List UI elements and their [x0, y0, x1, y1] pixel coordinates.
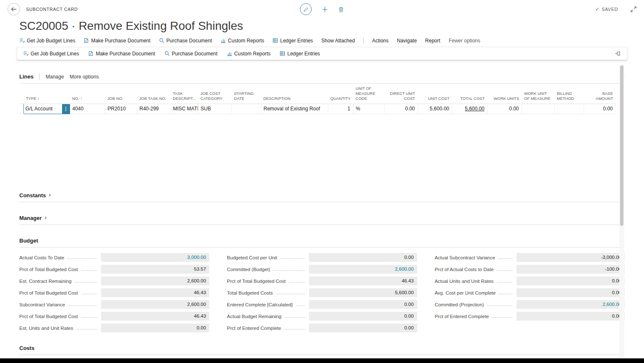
field-value[interactable]: 0.00: [101, 324, 209, 332]
col-job-cost-category[interactable]: JOB COST CATEGORY: [198, 84, 231, 104]
field-value[interactable]: 46.43: [309, 277, 417, 285]
costs-group-header[interactable]: Costs: [19, 345, 625, 351]
lines-more-options[interactable]: More options: [70, 74, 99, 80]
group-title: Budget: [19, 238, 38, 244]
col-base-amount[interactable]: BASE AMOUNT: [584, 84, 615, 104]
action-custom-reports[interactable]: Custom Reports: [221, 38, 265, 44]
save-status-label: SAVED: [602, 7, 618, 12]
action-make-purchase-document[interactable]: Make Purchase Document: [83, 38, 150, 44]
field-value[interactable]: 2,600.00: [517, 300, 625, 309]
promoted-purchase-document[interactable]: Purchase Document: [164, 51, 218, 57]
col-total-cost[interactable]: TOTAL COST: [452, 84, 487, 104]
field-value[interactable]: 0.00: [517, 312, 625, 321]
cell-work-units[interactable]: 0.00: [487, 104, 522, 114]
field-value[interactable]: 53.57: [101, 265, 209, 274]
col-job-task-no[interactable]: JOB TASK NO.: [137, 84, 170, 104]
field-value[interactable]: 3,000.00: [101, 253, 209, 262]
cell-task-description[interactable]: MISC MATE...: [170, 104, 198, 114]
field-label: Est. Units and Unit Rates: [19, 326, 73, 331]
col-description[interactable]: DESCRIPTION: [261, 84, 328, 104]
row-selector-cell[interactable]: [19, 104, 23, 114]
cell-job-cost-category[interactable]: SUB: [198, 104, 231, 114]
cell-base-amount[interactable]: 0.00: [584, 104, 615, 114]
field-value[interactable]: 0.00: [309, 324, 417, 332]
new-record-button[interactable]: [322, 6, 328, 13]
field-value[interactable]: 2,600.00: [309, 265, 417, 274]
cell-type[interactable]: G/L Account: [23, 104, 62, 114]
cell-direct-unit-cost[interactable]: 0.00: [384, 104, 418, 114]
field-value[interactable]: 46.43: [101, 288, 209, 297]
field-label: Actual Subcontract Variance: [435, 255, 495, 260]
menu-navigate[interactable]: Navigate: [397, 38, 417, 44]
scrollbar-thumb[interactable]: [620, 65, 623, 226]
col-no[interactable]: NO. ↑: [70, 84, 105, 104]
cell-unit-cost[interactable]: 5,600.00: [418, 104, 452, 114]
field-value[interactable]: 2,600.00: [101, 277, 209, 285]
menu-actions[interactable]: Actions: [372, 38, 388, 44]
cell-no[interactable]: 4040: [70, 104, 105, 114]
back-arrow-icon: [11, 7, 17, 12]
cell-unit-of-measure-code[interactable]: %: [353, 104, 384, 114]
total-cost-drilldown-link[interactable]: 5,600.00: [465, 106, 485, 112]
promoted-get-job-budget-lines[interactable]: Get Job Budget Lines: [23, 51, 79, 57]
col-type[interactable]: TYPE ↑: [23, 84, 70, 104]
field-label: Entered Complete [Calculated]: [227, 302, 293, 307]
field-value[interactable]: 0.00: [517, 288, 625, 297]
manager-group-header[interactable]: Manager ›: [19, 215, 625, 221]
col-task-description[interactable]: TASK DESCRIPT...: [170, 84, 198, 104]
action-purchase-document[interactable]: Purchase Document: [159, 38, 212, 44]
menu-report[interactable]: Report: [425, 38, 440, 44]
field-value[interactable]: 0.00: [517, 277, 625, 285]
col-unit-of-measure-code[interactable]: UNIT OF MEASURE CODE: [353, 84, 384, 104]
action-get-job-budget-lines[interactable]: Get Job Budget Lines: [19, 38, 75, 44]
field-label: Prct of Total Budgeted Cost: [227, 279, 286, 284]
cell-job-task-no[interactable]: R40-299: [137, 104, 170, 114]
dotted-leader: [296, 306, 305, 306]
field-value[interactable]: 0.00: [309, 312, 417, 321]
cell-billing-method[interactable]: [554, 104, 584, 114]
col-direct-unit-cost[interactable]: DIRECT UNIT COST: [384, 84, 418, 104]
unpin-toolbar-button[interactable]: [615, 51, 621, 56]
cell-description[interactable]: Removal of Existing Roof: [261, 104, 328, 114]
field-value[interactable]: -100.00: [517, 265, 625, 274]
col-billing-method[interactable]: BILLING METHOD: [554, 84, 584, 104]
col-work-unit-of-measure[interactable]: WORK UNIT OF MEASURE: [522, 84, 554, 104]
delete-record-button[interactable]: [338, 6, 344, 13]
field-value[interactable]: 46.43: [101, 312, 209, 321]
field-value[interactable]: 0.00: [309, 300, 417, 309]
back-button[interactable]: [8, 3, 20, 16]
vertical-scrollbar[interactable]: [619, 65, 624, 358]
field-value[interactable]: 5,600.00: [309, 288, 417, 297]
action-ledger-entries[interactable]: Ledger Entries: [273, 38, 313, 44]
promoted-make-purchase-document[interactable]: Make Purchase Document: [88, 51, 155, 57]
field-value[interactable]: 0.00: [309, 253, 417, 262]
constants-group-header[interactable]: Constants ›: [19, 192, 625, 198]
cell-quantity[interactable]: 1: [328, 104, 353, 114]
field-total-budgeted-costs: Total Budgeted Costs 5,600.00: [227, 287, 417, 299]
promoted-custom-reports[interactable]: Custom Reports: [227, 51, 271, 57]
fewer-options-button[interactable]: Fewer options: [449, 38, 480, 44]
lines-manage-menu[interactable]: Manage: [46, 74, 64, 80]
action-show-attached[interactable]: Show Attached: [321, 38, 355, 44]
dotted-leader: [273, 270, 304, 271]
col-unit-cost[interactable]: UNIT COST: [418, 84, 452, 104]
promoted-ledger-entries[interactable]: Ledger Entries: [280, 51, 320, 57]
row-ellipsis-menu-icon[interactable]: [62, 104, 70, 114]
col-job-no[interactable]: JOB NO.: [105, 84, 137, 104]
col-quantity[interactable]: QUANTITY: [328, 84, 353, 104]
lines-title[interactable]: Lines: [19, 73, 34, 80]
cell-job-no[interactable]: PR2010: [105, 104, 137, 114]
field-prct-total-budgeted-cost-4: Prct of Total Budgeted Cost 46.43: [227, 275, 417, 287]
field-value[interactable]: 2,600.00: [101, 300, 209, 309]
focus-mode-button[interactable]: [631, 6, 636, 12]
col-work-units[interactable]: WORK UNITS: [487, 84, 522, 104]
col-starting-date[interactable]: STARTING DATE: [231, 84, 261, 104]
focus-mode-icon: [631, 6, 636, 12]
edit-button[interactable]: [300, 3, 312, 15]
chevron-right-icon: ›: [44, 214, 47, 220]
cell-work-unit-of-measure[interactable]: [522, 104, 554, 114]
cell-starting-date[interactable]: [231, 104, 261, 114]
field-value[interactable]: -3,000.00: [517, 253, 625, 262]
cell-total-cost[interactable]: 5,600.00: [452, 104, 487, 114]
budget-group-header[interactable]: Budget: [19, 238, 625, 244]
